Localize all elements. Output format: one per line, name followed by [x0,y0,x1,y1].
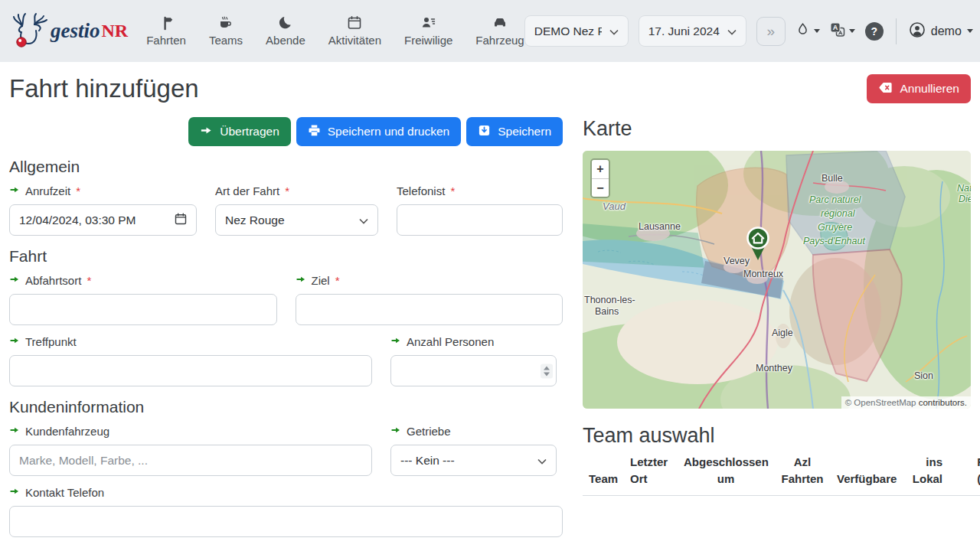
getriebe-select[interactable]: --- Kein --- [390,445,557,476]
signpost-icon [158,15,174,31]
map-label-city: Bulle [822,173,843,184]
spinner-down-icon[interactable] [544,372,550,376]
required-asterisk: * [285,184,289,197]
form-row: Kontakt Telefon [9,486,563,537]
team-table-header-row: Team Letzter Ort Abgeschlossen um Azl Fa… [583,451,980,495]
car-icon [492,15,508,31]
moon-icon [278,15,293,31]
map-label-park: Gruyère [818,222,852,233]
backspace-icon [878,81,893,97]
anzahl-personen-number-field [390,355,557,386]
organisation-select[interactable]: DEMO Nez Rouge [524,15,629,47]
theme-dropdown[interactable] [795,22,820,40]
field-abfahrtsort: Abfahrtsort * [9,274,277,325]
map[interactable]: Bulle Vaud Lausanne Parc naturel régiona… [583,151,971,409]
map-label-city: Lausanne [639,221,681,232]
arrow-right-icon [390,425,401,438]
speichern-und-drucken-button[interactable]: Speichern und drucken [296,117,461,146]
arrow-right-icon [9,335,20,348]
number-spinner[interactable] [541,364,553,378]
field-treffpunkt: Treffpunkt [9,335,372,386]
date-select[interactable]: 17. Juni 2024 [639,15,746,47]
speichern-und-drucken-label: Speichern und drucken [328,125,449,139]
arrow-right-icon [390,335,401,348]
field-ziel: Ziel * [296,274,564,325]
osm-attribution-text: contributors. [919,398,967,407]
droplet-icon [795,22,810,40]
anrufzeit-label: Anrufzeit * [9,184,197,197]
kontakt-telefon-label: Kontakt Telefon [9,486,563,499]
form-row: Treffpunkt Anzahl Personen [9,335,563,386]
navbar-right: DEMO Nez Rouge 17. Juni 2024 » [524,15,973,47]
map-label-city: Montreux [743,269,783,279]
map-label-city: Aigle [772,328,793,338]
team-auswahl-heading: Team auswahl [583,424,972,448]
art-der-fahrt-select[interactable]: Nez Rouge [215,204,378,236]
annullieren-button[interactable]: Annullieren [867,74,971,103]
anzahl-personen-label: Anzahl Personen [390,335,557,348]
app-logo[interactable]: gestio NR [11,11,128,51]
abfahrtsort-label: Abfahrtsort * [9,274,277,287]
spinner-up-icon[interactable] [544,366,550,370]
nav-item-teams[interactable]: Teams [209,15,243,47]
anrufzeit-value: 12/04/2024, 03:30 PM [19,214,136,227]
uebertragen-button[interactable]: Übertragen [188,117,291,146]
abfahrtsort-input[interactable] [9,294,277,325]
section-heading-allgemein: Allgemein [9,158,563,176]
map-label-park: Parc naturel [809,194,861,205]
ziel-input[interactable] [296,294,564,325]
treffpunkt-input[interactable] [9,355,372,386]
osm-attribution-link[interactable]: © OpenStreetMap [845,398,916,407]
chevron-down-icon [609,24,619,38]
map-label-city: Sion [914,370,933,381]
organisation-select-value: DEMO Nez Rouge [534,24,602,38]
content-columns: Übertragen Speichern und drucken [9,117,971,547]
brand-text-gestio: gestio [51,19,100,43]
column-team: Team [583,451,624,495]
required-asterisk: * [450,184,455,197]
map-label-park: Nat [957,183,971,194]
nav-label: Freiwilige [404,34,452,47]
save-download-icon [478,124,491,140]
calendar-icon[interactable] [175,213,187,228]
user-menu[interactable]: demo [909,21,973,41]
nav-item-aktivitaeten[interactable]: Aktivitäten [328,15,381,47]
speichern-button[interactable]: Speichern [466,117,563,146]
arrow-right-icon [9,274,20,287]
kundenfahrzeug-input[interactable] [9,445,372,476]
column-abgeschlossen-um: Abgeschlossen um [678,451,774,495]
next-day-button[interactable]: » [756,17,786,46]
page-header: Fahrt hinzufügen Annullieren [9,74,971,117]
reindeer-logo-icon [11,11,51,51]
anrufzeit-datetime-input[interactable]: 12/04/2024, 03:30 PM [9,204,197,236]
anzahl-personen-input[interactable] [390,355,557,386]
map-marker-home[interactable] [743,225,773,265]
kontakt-telefon-input[interactable] [9,506,563,537]
field-getriebe: Getriebe --- Kein --- [390,425,557,476]
field-kontakt-telefon: Kontakt Telefon [9,486,563,537]
telefonist-input[interactable] [397,204,563,236]
map-zoom-control: + − [590,158,610,198]
zoom-out-button[interactable]: − [592,178,609,197]
nav-label: Fahrten [146,34,186,47]
page-title: Fahrt hinzufügen [9,74,199,103]
chevron-down-icon [537,454,547,468]
nav-item-fahrten[interactable]: Fahrten [146,15,186,47]
user-name: demo [931,24,962,38]
arrow-right-icon [200,124,213,140]
top-navbar: gestio NR Fahrten Teams [0,0,980,62]
map-label-park: Pays-d'Enhaut [803,236,865,246]
help-button[interactable]: ? [865,22,884,41]
nav-item-abende[interactable]: Abende [266,15,305,47]
zoom-in-button[interactable]: + [592,160,609,178]
nav-item-freiwilige[interactable]: Freiwilige [404,15,452,47]
caret-down-icon [849,29,855,33]
language-dropdown[interactable]: A [830,22,855,41]
required-asterisk: * [335,274,340,287]
main-content: Fahrt hinzufügen Annullieren Übertragen [0,62,980,547]
treffpunkt-label: Treffpunkt [9,335,372,348]
nav-item-fahrzeug[interactable]: Fahrzeug [475,15,524,47]
required-asterisk: * [87,274,91,287]
user-circle-icon [909,21,926,41]
caret-down-icon [814,29,820,33]
